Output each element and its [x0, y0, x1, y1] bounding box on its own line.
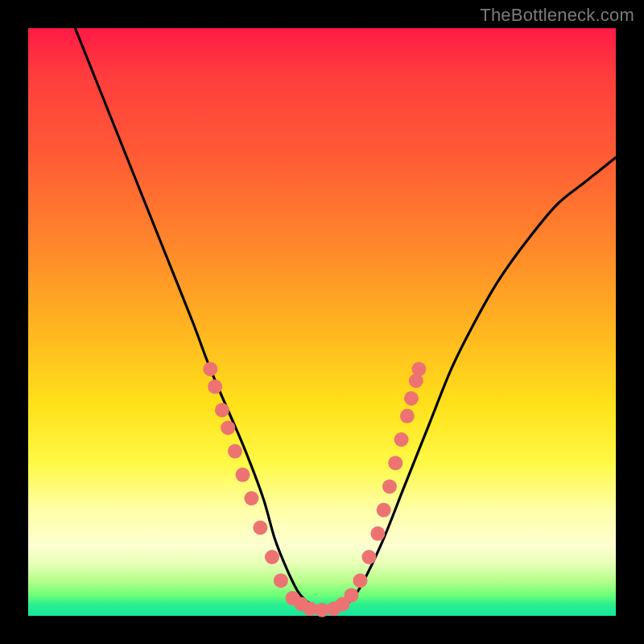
- bottleneck-curve: [75, 28, 616, 611]
- highlight-dot: [235, 468, 250, 482]
- highlight-dot: [370, 526, 385, 541]
- highlight-dot: [215, 403, 229, 418]
- highlight-dot: [228, 444, 242, 459]
- highlight-dot: [353, 573, 367, 588]
- curve-svg: [28, 28, 616, 616]
- highlight-dot: [377, 503, 391, 518]
- highlight-dot: [244, 491, 258, 506]
- highlight-dot: [400, 409, 415, 423]
- watermark-text: TheBottleneck.com: [480, 5, 634, 26]
- highlight-dot: [221, 420, 235, 435]
- highlight-dot: [388, 456, 402, 470]
- highlight-dot: [404, 391, 419, 406]
- plot-area: [28, 28, 616, 616]
- highlight-dot: [253, 521, 267, 535]
- chart-frame: TheBottleneck.com: [0, 0, 644, 644]
- highlight-dot: [382, 479, 397, 493]
- highlight-dot: [345, 588, 359, 602]
- highlight-dots-group: [203, 361, 426, 617]
- highlight-dot: [394, 432, 409, 447]
- highlight-dot: [203, 361, 217, 376]
- highlight-dot: [274, 573, 288, 588]
- highlight-dot: [208, 379, 222, 394]
- highlight-dot: [265, 550, 279, 564]
- highlight-dot: [411, 361, 426, 376]
- highlight-dot: [361, 550, 376, 564]
